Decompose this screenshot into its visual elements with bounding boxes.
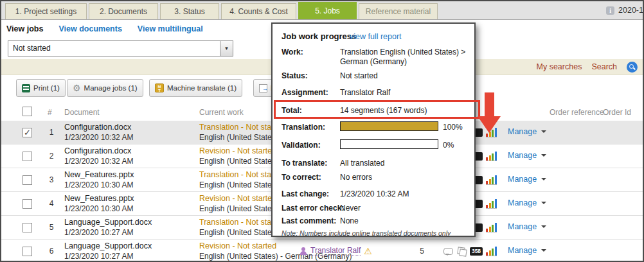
tab-project-settings[interactable]: 1. Project settings <box>5 3 87 19</box>
work-status: Revision - Not started <box>199 146 276 155</box>
view-switcher: View jobs View documents View multilingu… <box>6 24 203 33</box>
translation-label: Translation: <box>282 123 325 132</box>
col-document: Document <box>64 108 100 117</box>
document-name: Language_Support.docx <box>64 241 152 250</box>
manage-jobs-button[interactable]: ⚙ Manage jobs (1) <box>67 79 143 97</box>
row-number: 3 <box>45 175 58 184</box>
last-error-check-value: Never <box>340 204 361 213</box>
char-count-badge: 358 <box>470 247 483 256</box>
tab-reference-material[interactable]: Reference material <box>359 3 438 19</box>
manage-dropdown[interactable]: Manage <box>508 198 546 207</box>
manage-dropdown[interactable]: Manage <box>508 222 546 231</box>
row-number: 4 <box>45 199 58 208</box>
to-correct-label: To correct: <box>282 173 321 182</box>
chevron-down-icon <box>541 178 546 183</box>
assignment-link[interactable]: Translator Ralf <box>310 246 361 256</box>
view-documents-link[interactable]: View documents <box>58 24 121 33</box>
row-number: 5 <box>45 223 58 232</box>
manage-dropdown[interactable]: Manage <box>508 246 546 255</box>
tab-counts-cost[interactable]: 4. Counts & Cost <box>221 3 296 19</box>
document-name: New_Features.pptx <box>64 194 134 203</box>
progress-chart-icon[interactable] <box>486 151 497 161</box>
tab-jobs[interactable]: 5. Jobs <box>298 2 357 19</box>
person-icon <box>300 247 307 255</box>
segment-count: 5 <box>405 247 424 256</box>
col-order-reference: Order reference <box>550 108 604 117</box>
search-link[interactable]: Search <box>591 62 617 71</box>
manage-label: Manage <box>508 175 537 184</box>
tab-documents[interactable]: 2. Documents <box>89 3 158 19</box>
dropdown-arrow-icon[interactable]: ▼ <box>220 40 233 57</box>
document-date: 1/23/2020 10:30 AM <box>64 204 133 213</box>
view-multilingual-link[interactable]: View multilingual <box>138 24 203 33</box>
view-full-report-link[interactable]: view full report <box>350 32 402 41</box>
row-number: 6 <box>45 247 58 256</box>
work-value: Translation English (United States) > Ge… <box>340 48 472 67</box>
manage-label: Manage <box>508 222 537 231</box>
print-button-label: Print (1) <box>33 84 60 92</box>
last-change-label: Last change: <box>282 189 329 198</box>
progress-chart-icon[interactable] <box>486 222 497 232</box>
popup-title: Job work progress <box>282 31 356 41</box>
manage-label: Manage <box>508 151 537 160</box>
popup-note: Note: Numbers include online translated … <box>282 229 451 237</box>
to-translate-value: All translated <box>340 159 384 168</box>
validation-percent: 0% <box>443 141 454 150</box>
select-all-checkbox[interactable] <box>22 107 32 116</box>
last-comment-value: None <box>340 216 359 225</box>
machine-translate-icon: MT <box>155 83 164 92</box>
machine-translate-button[interactable]: MT Machine translate (1) <box>149 79 242 97</box>
search-icon[interactable] <box>627 62 638 73</box>
progress-chart-icon[interactable] <box>486 175 497 185</box>
status-filter-dropdown[interactable]: Not started ▼ <box>8 40 233 57</box>
document-date: 1/23/2020 10:32 AM <box>64 157 133 166</box>
row-checkbox[interactable] <box>22 247 32 256</box>
progress-chart-icon[interactable] <box>486 127 497 137</box>
work-label: Work: <box>282 48 303 57</box>
chevron-down-icon <box>541 225 546 231</box>
last-comment-label: Last comment: <box>282 216 336 225</box>
manage-dropdown[interactable]: Manage <box>508 175 546 184</box>
col-order-id: Order Id <box>603 108 631 117</box>
row-checkbox[interactable] <box>22 199 32 209</box>
status-filter-value[interactable]: Not started <box>8 40 220 57</box>
document-date: 1/23/2020 10:30 AM <box>64 180 133 189</box>
chevron-down-icon <box>541 130 546 135</box>
validation-label: Validation: <box>282 141 321 150</box>
row-number: 1 <box>45 128 58 137</box>
comment-icon[interactable] <box>443 248 453 255</box>
gear-icon: ⚙ <box>73 84 81 92</box>
row-checkbox[interactable] <box>22 223 32 232</box>
work-status: Revision - Not started <box>199 194 276 203</box>
manage-dropdown[interactable]: Manage <box>508 127 546 136</box>
tags-icon[interactable] <box>458 247 465 255</box>
row-checkbox[interactable] <box>22 175 32 185</box>
last-change-value: 1/23/2020 10:32 AM <box>340 189 409 198</box>
tab-status[interactable]: 3. Status <box>160 3 219 19</box>
print-button[interactable]: Print (1) <box>16 79 66 97</box>
warning-icon[interactable]: ⚠ <box>364 247 372 256</box>
table-row: 6 Language_Support.docx1/23/2020 10:27 A… <box>1 240 643 262</box>
tab-bar: 1. Project settings 2. Documents 3. Stat… <box>1 1 643 20</box>
progress-chart-icon[interactable] <box>486 246 497 256</box>
document-date: 1/23/2020 10:32 AM <box>64 133 133 142</box>
to-correct-value: No errors <box>340 173 372 182</box>
info-icon[interactable]: i <box>606 6 614 15</box>
manage-jobs-button-label: Manage jobs (1) <box>84 84 138 92</box>
project-id: 2020-1 <box>618 6 643 15</box>
manage-dropdown[interactable]: Manage <box>508 151 546 160</box>
total-value: 14 segments (167 words) <box>340 106 427 115</box>
machine-translate-button-label: Machine translate (1) <box>167 84 237 92</box>
document-date: 1/23/2020 10:27 AM <box>64 228 133 237</box>
row-number: 2 <box>45 152 58 161</box>
my-searches-link[interactable]: My searches <box>537 62 582 71</box>
assignment-value: Translator Ralf <box>340 88 390 97</box>
total-label: Total: <box>282 106 302 115</box>
app-window: 1. Project settings 2. Documents 3. Stat… <box>0 0 644 262</box>
to-translate-label: To translate: <box>282 159 327 168</box>
row-checkbox[interactable] <box>22 152 32 161</box>
view-jobs-tab[interactable]: View jobs <box>6 24 43 33</box>
row-checkbox[interactable] <box>22 128 32 137</box>
status-value: Not started <box>340 71 378 80</box>
progress-chart-icon[interactable] <box>486 198 497 209</box>
